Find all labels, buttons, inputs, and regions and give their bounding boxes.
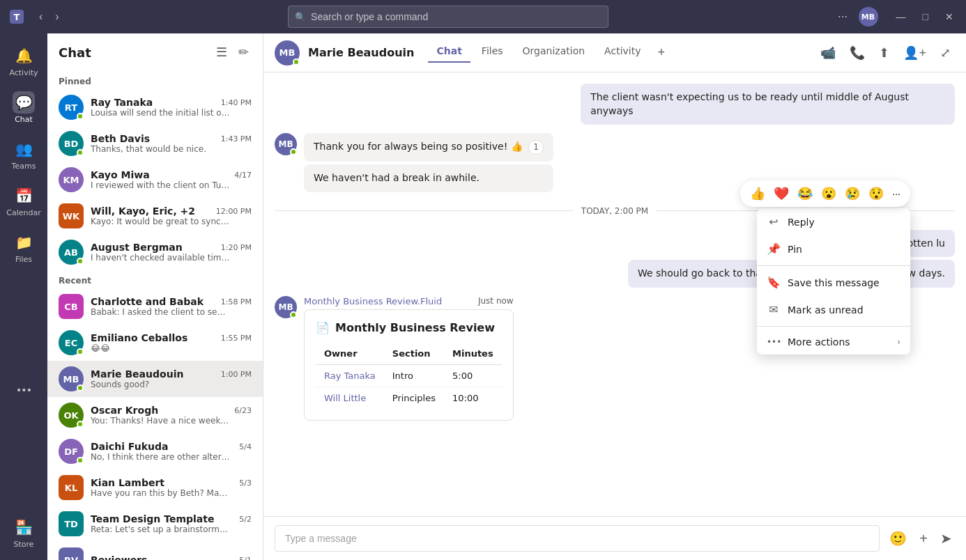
emoji-surprised[interactable]: 😯 [867,185,885,203]
table-row: Will Little Principles 10:00 [316,387,502,409]
chat-item-team-design[interactable]: TD Team Design Template 5/2 Reta: Let's … [47,506,263,542]
chat-item-reviewers[interactable]: RV Reviewers 5/1 [47,542,263,560]
chat-preview: No, I think there are other alternatives… [91,452,230,462]
chat-item-will-kayo-eric[interactable]: WK Will, Kayo, Eric, +2 12:00 PM Kayo: I… [47,198,263,234]
files-icon: 📁 [13,231,35,254]
emoji-wow[interactable]: 😮 [820,185,838,203]
nav-back-button[interactable]: ‹ [33,8,48,26]
chat-sidebar: Chat ☰ ✏ Pinned RT Ray Tanaka 1:40 PM Lo… [47,33,263,560]
nav-item-files[interactable]: 📁 Files [4,226,43,270]
chat-item-daichi[interactable]: DF Daichi Fukuda 5/4 No, I think there a… [47,433,263,469]
table-cell-section-1: Intro [384,364,444,387]
emoji-thumbsup[interactable]: 👍 [749,185,767,203]
send-button[interactable]: ➤ [937,527,955,550]
tab-organization[interactable]: Organization [514,42,594,63]
status-dot [77,457,84,464]
video-call-button[interactable]: 📹 [816,41,840,65]
chat-item-august-bergman[interactable]: AB August Bergman 1:20 PM I haven't chec… [47,234,263,270]
emoji-heart[interactable]: ❤️ [772,185,790,203]
chat-list: RT Ray Tanaka 1:40 PM Louisa will send t… [47,89,263,560]
chat-name: Beth Davis [91,133,150,144]
emoji-picker-button[interactable]: 🙂 [887,527,910,550]
tab-activity[interactable]: Activity [596,42,649,63]
table-header-section: Section [384,343,444,365]
chat-info: Kian Lambert 5/3 Have you ran this by Be… [91,477,252,498]
nav-item-activity[interactable]: 🔔 Activity [4,39,43,83]
emoji-sad[interactable]: 😢 [843,185,861,203]
window-controls: — □ ✕ [889,8,960,25]
open-popup-button[interactable]: ⤢ [936,41,955,65]
context-menu-more-actions-label: More actions [788,336,850,348]
context-menu-mark-unread[interactable]: ✉ Mark as unread [757,296,910,323]
close-button[interactable]: ✕ [938,8,960,25]
search-input[interactable] [288,6,608,28]
avatar-emiliano: EC [59,330,84,355]
add-tab-button[interactable]: + [652,42,670,63]
chat-item-marie[interactable]: MB Marie Beaudouin 1:00 PM Sounds good? [47,361,263,397]
table-cell-owner-1[interactable]: Ray Tanaka [316,364,384,387]
context-menu-reply[interactable]: ↩ Reply [757,208,910,235]
message-input-area: 🙂 + ➤ [263,516,966,560]
chat-item-emiliano[interactable]: EC Emiliano Ceballos 1:55 PM 😂😂 [47,325,263,361]
table-cell-owner-2[interactable]: Will Little [316,387,384,409]
nav-forward-button[interactable]: › [49,8,64,26]
tab-files[interactable]: Files [473,42,512,63]
tab-chat[interactable]: Chat [428,42,470,63]
chat-item-beth-davis[interactable]: BD Beth Davis 1:43 PM Thanks, that would… [47,125,263,162]
message-input[interactable] [275,525,880,552]
settings-button[interactable]: ⋯ [832,8,853,25]
chat-header: MB Marie Beaudouin Chat Files Organizati… [263,33,966,72]
chat-info: August Bergman 1:20 PM I haven't checked… [91,242,252,263]
emoji-more[interactable]: ··· [891,187,902,201]
chat-info: Oscar Krogh 6/23 You: Thanks! Have a nic… [91,405,252,426]
chat-info: Charlotte and Babak 1:58 PM Babak: I ask… [91,296,252,317]
share-screen-button[interactable]: ⬆ [875,41,894,65]
search-icon: 🔍 [295,12,306,22]
add-people-button[interactable]: 👤+ [899,41,930,65]
nav-item-more[interactable]: ••• [4,373,43,407]
chat-item-kian[interactable]: KL Kian Lambert 5/3 Have you ran this by… [47,469,263,506]
chat-time: 5/2 [239,515,252,524]
context-menu-mark-unread-label: Mark as unread [788,304,864,316]
chat-info: Team Design Template 5/2 Reta: Let's set… [91,513,252,534]
chat-header-right: 📹 📞 ⬆ 👤+ ⤢ [816,41,955,65]
nav-item-chat[interactable]: 💬 Chat [4,86,43,130]
chat-item-kayo-miwa[interactable]: KM Kayo Miwa 4/17 I reviewed with the cl… [47,162,263,198]
fluid-file-link[interactable]: Monthly Business Review.Fluid [304,296,442,306]
context-menu-pin[interactable]: 📌 Pin [757,235,910,263]
chat-item-oscar[interactable]: OK Oscar Krogh 6/23 You: Thanks! Have a … [47,397,263,433]
context-menu: ↩ Reply 📌 Pin 🔖 Save this message ✉ Mark… [757,208,910,355]
nav-item-store[interactable]: 🏪 Store [4,511,43,554]
table-cell-minutes-1: 5:00 [444,364,502,387]
message-content-fluid: Monthly Business Review.Fluid Just now 📄… [304,296,514,421]
status-dot [77,149,84,156]
chat-item-charlotte-babak[interactable]: CB Charlotte and Babak 1:58 PM Babak: I … [47,288,263,325]
messages-area[interactable]: The client wasn't expecting us to be rea… [263,72,966,516]
minimize-button[interactable]: — [889,8,913,25]
table-cell-minutes-2: 10:00 [444,387,502,409]
user-avatar[interactable]: MB [859,7,878,26]
filter-button[interactable]: ☰ [213,42,230,63]
compose-button[interactable]: ✏ [236,42,252,63]
context-menu-save[interactable]: 🔖 Save this message [757,269,910,296]
chat-item-ray-tanaka[interactable]: RT Ray Tanaka 1:40 PM Louisa will send t… [47,89,263,125]
calendar-icon: 📅 [13,185,35,207]
nav-item-calendar[interactable]: 📅 Calendar [4,179,43,223]
attach-button[interactable]: + [917,528,930,550]
maximize-button[interactable]: □ [916,8,935,25]
chat-name: Charlotte and Babak [91,296,204,307]
status-dot [77,384,84,391]
store-icon: 🏪 [13,516,35,538]
audio-call-button[interactable]: 📞 [845,41,869,65]
emoji-laugh[interactable]: 😂 [796,185,814,203]
context-menu-divider [757,265,910,266]
chat-name: Kian Lambert [91,477,164,488]
nav-item-teams[interactable]: 👥 Teams [4,132,43,176]
context-menu-more-actions[interactable]: ••• More actions › [757,329,910,355]
sidebar-header-actions: ☰ ✏ [213,42,252,63]
avatar-reviewers: RV [59,547,84,560]
chat-preview: Kayo: It would be great to sync with... [91,217,230,226]
chat-header-avatar: MB [275,40,300,65]
message-avatar-mb-2: MB [275,296,297,318]
chat-name: Reviewers [91,554,147,560]
